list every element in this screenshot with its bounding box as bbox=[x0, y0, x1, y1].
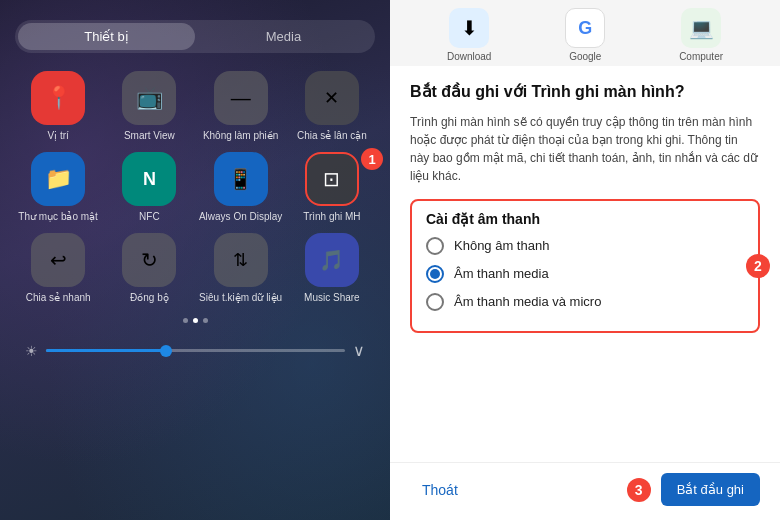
dnd-circle: — bbox=[214, 71, 268, 125]
nfc-label: NFC bbox=[139, 211, 160, 223]
secure-folder-circle: 📁 bbox=[31, 152, 85, 206]
badge-number-1: 1 bbox=[361, 148, 383, 170]
radio-no-sound-circle bbox=[426, 237, 444, 255]
footer-right: 3 Bắt đầu ghi bbox=[627, 473, 760, 506]
radio-media-sound-inner bbox=[430, 269, 440, 279]
download-app-icon: ⬇ bbox=[449, 8, 489, 48]
brightness-thumb bbox=[160, 345, 172, 357]
icon-vi-tri[interactable]: 📍 Vị trí bbox=[15, 71, 101, 142]
dialog-title: Bắt đầu ghi với Trình ghi màn hình? bbox=[410, 82, 760, 103]
smart-view-icon: 📺 bbox=[136, 85, 163, 111]
brightness-fill bbox=[46, 349, 166, 352]
chevron-down-icon[interactable]: ∨ bbox=[353, 341, 365, 360]
download-icon: ⬇ bbox=[461, 16, 478, 40]
quick-settings-grid: 📍 Vị trí 📺 Smart View — Không làm phiền … bbox=[15, 71, 375, 304]
screen-record-icon: ⊡ bbox=[323, 167, 340, 191]
data-saver-circle: ⇅ bbox=[214, 233, 268, 287]
radio-media-mic[interactable]: Âm thanh media và micro bbox=[426, 293, 744, 311]
cancel-button[interactable]: Thoát bbox=[410, 474, 470, 506]
top-app-google[interactable]: G Google bbox=[565, 8, 605, 62]
icon-smart-view[interactable]: 📺 Smart View bbox=[106, 71, 192, 142]
dot-2 bbox=[193, 318, 198, 323]
radio-no-sound-label: Không âm thanh bbox=[454, 238, 549, 253]
top-app-computer[interactable]: 💻 Computer bbox=[679, 8, 723, 62]
left-panel: Thiết bị Media 📍 Vị trí 📺 Smart View — bbox=[0, 0, 390, 520]
audio-settings-box: Cài đặt âm thanh Không âm thanh Âm thanh… bbox=[410, 199, 760, 333]
google-app-label: Google bbox=[569, 51, 601, 62]
badge-number-2: 2 bbox=[746, 254, 770, 278]
dialog-content: Bắt đầu ghi với Trình ghi màn hình? Trìn… bbox=[390, 66, 780, 462]
badge-number-3: 3 bbox=[627, 478, 651, 502]
aod-circle: 📱 bbox=[214, 152, 268, 206]
icon-khong-lam-phien[interactable]: — Không làm phiền bbox=[198, 71, 284, 142]
icon-trinh-ghi-mh[interactable]: ⊡ 1 Trình ghi MH bbox=[289, 152, 375, 223]
dnd-label: Không làm phiền bbox=[203, 130, 279, 142]
music-share-circle: 🎵 bbox=[305, 233, 359, 287]
data-saver-icon: ⇅ bbox=[233, 249, 248, 271]
vi-tri-label: Vị trí bbox=[47, 130, 68, 142]
trinh-ghi-mh-label: Trình ghi MH bbox=[303, 211, 360, 223]
google-app-icon: G bbox=[565, 8, 605, 48]
nearby-share-icon: ✕ bbox=[324, 87, 339, 109]
dot-1 bbox=[183, 318, 188, 323]
nfc-icon: N bbox=[143, 169, 156, 190]
computer-app-label: Computer bbox=[679, 51, 723, 62]
radio-media-sound-circle bbox=[426, 265, 444, 283]
chia-se-nhanh-label: Chia sẻ nhanh bbox=[26, 292, 91, 304]
dong-bo-label: Đồng bộ bbox=[130, 292, 169, 304]
computer-icon: 💻 bbox=[689, 16, 714, 40]
radio-media-sound-label: Âm thanh media bbox=[454, 266, 549, 281]
quick-settings-tabs: Thiết bị Media bbox=[15, 20, 375, 53]
sync-icon: ↻ bbox=[141, 248, 158, 272]
secure-folder-icon: 📁 bbox=[45, 166, 72, 192]
aod-icon: 📱 bbox=[228, 167, 253, 191]
brightness-slider[interactable] bbox=[46, 349, 345, 352]
dnd-icon: — bbox=[231, 87, 251, 110]
download-app-label: Download bbox=[447, 51, 491, 62]
brightness-bar: ☀ ∨ bbox=[15, 335, 375, 366]
dialog-footer: Thoát 3 Bắt đầu ghi bbox=[390, 462, 780, 520]
location-icon: 📍 bbox=[45, 85, 72, 111]
vi-tri-circle: 📍 bbox=[31, 71, 85, 125]
brightness-low-icon: ☀ bbox=[25, 343, 38, 359]
icon-nfc[interactable]: N NFC bbox=[106, 152, 192, 223]
icon-thu-muc-bao-mat[interactable]: 📁 Thư mục bảo mật bbox=[15, 152, 101, 223]
computer-app-icon: 💻 bbox=[681, 8, 721, 48]
icon-chia-se-nhanh[interactable]: ↩ Chia sẻ nhanh bbox=[15, 233, 101, 304]
nearby-share-circle: ✕ bbox=[305, 71, 359, 125]
audio-settings-title: Cài đặt âm thanh bbox=[426, 211, 744, 227]
music-share-icon: 🎵 bbox=[319, 248, 344, 272]
tab-thiet-bi[interactable]: Thiết bị bbox=[18, 23, 195, 50]
left-content: Thiết bị Media 📍 Vị trí 📺 Smart View — bbox=[0, 0, 390, 366]
icon-dong-bo[interactable]: ↻ Đồng bộ bbox=[106, 233, 192, 304]
nearby-share-label: Chia sẻ lân cận bbox=[297, 130, 367, 142]
sync-circle: ↻ bbox=[122, 233, 176, 287]
nfc-circle: N bbox=[122, 152, 176, 206]
screen-record-circle: ⊡ bbox=[305, 152, 359, 206]
icon-sieu-tiet-kiem[interactable]: ⇅ Siêu t.kiệm dữ liệu bbox=[198, 233, 284, 304]
smart-view-label: Smart View bbox=[124, 130, 175, 142]
radio-media-mic-label: Âm thanh media và micro bbox=[454, 294, 601, 309]
quick-share-icon: ↩ bbox=[50, 248, 67, 272]
quick-share-circle: ↩ bbox=[31, 233, 85, 287]
dialog-description: Trình ghi màn hình sẽ có quyền truy cập … bbox=[410, 113, 760, 185]
radio-no-sound[interactable]: Không âm thanh bbox=[426, 237, 744, 255]
dot-3 bbox=[203, 318, 208, 323]
aod-label: Always On Display bbox=[199, 211, 282, 223]
sieu-tiet-kiem-label: Siêu t.kiệm dữ liệu bbox=[199, 292, 282, 304]
icon-always-on-display[interactable]: 📱 Always On Display bbox=[198, 152, 284, 223]
radio-media-sound[interactable]: Âm thanh media bbox=[426, 265, 744, 283]
top-app-download[interactable]: ⬇ Download bbox=[447, 8, 491, 62]
icon-music-share[interactable]: 🎵 Music Share bbox=[289, 233, 375, 304]
icon-chia-se-lan-can[interactable]: ✕ Chia sẻ lân cận bbox=[289, 71, 375, 142]
music-share-label: Music Share bbox=[304, 292, 360, 304]
top-apps-row: ⬇ Download G Google 💻 Computer bbox=[390, 0, 780, 66]
tab-media[interactable]: Media bbox=[195, 23, 372, 50]
google-icon: G bbox=[578, 18, 592, 39]
right-panel: ⬇ Download G Google 💻 Computer Bắt đầu g… bbox=[390, 0, 780, 520]
thu-muc-bao-mat-label: Thư mục bảo mật bbox=[18, 211, 98, 223]
start-recording-button[interactable]: Bắt đầu ghi bbox=[661, 473, 760, 506]
smart-view-circle: 📺 bbox=[122, 71, 176, 125]
page-dots bbox=[15, 318, 375, 323]
radio-media-mic-circle bbox=[426, 293, 444, 311]
